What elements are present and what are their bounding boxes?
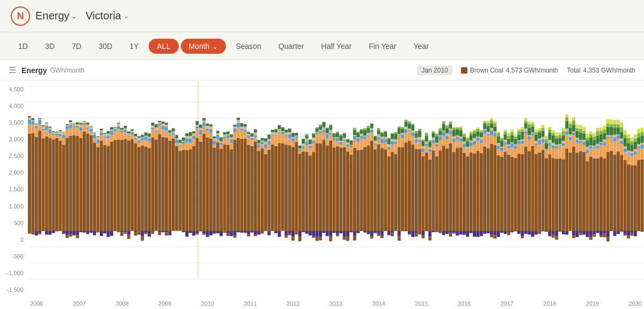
legend-date: Jan 2010 xyxy=(417,66,452,75)
toolbar: 1D 3D 7D 30D 1Y ALL Month ⌄ Season Quart… xyxy=(0,32,644,60)
brown-coal-swatch xyxy=(461,67,467,74)
app-logo[interactable]: N xyxy=(11,6,30,26)
x-axis: 2006 2007 2008 2009 2010 2011 2012 2013 … xyxy=(28,294,644,309)
brown-coal-label: Brown Coal xyxy=(470,67,503,74)
app-title-arrow[interactable]: ⌄ xyxy=(71,12,77,20)
legend-brown-coal: Brown Coal 4,573 GWh/month xyxy=(461,67,558,74)
chart-canvas-wrapper: 2006 2007 2008 2009 2010 2011 2012 2013 … xyxy=(28,81,644,309)
time-btn-30d[interactable]: 30D xyxy=(91,39,120,54)
region-title: Victoria xyxy=(85,10,121,22)
period-btn-month[interactable]: Month ⌄ xyxy=(181,39,226,54)
main-chart-canvas xyxy=(28,81,644,294)
total-label: Total xyxy=(567,67,580,74)
region-arrow[interactable]: ⌄ xyxy=(123,12,129,20)
time-btn-all[interactable]: ALL xyxy=(149,39,179,54)
legend-total: Total 4,353 GWh/month xyxy=(567,67,635,74)
menu-icon[interactable]: ☰ xyxy=(9,65,16,75)
period-btn-quarter[interactable]: Quarter xyxy=(271,39,311,54)
app-title: Energy xyxy=(35,10,69,22)
period-btn-finyear[interactable]: Fin Year xyxy=(361,39,404,54)
chart-area: ☰ Energy GWh/month Jan 2010 Brown Coal 4… xyxy=(0,60,644,309)
app-header: N Energy ⌄ Victoria ⌄ xyxy=(0,0,644,32)
time-btn-1d[interactable]: 1D xyxy=(11,39,35,54)
chart-unit: GWh/month xyxy=(50,67,84,74)
period-btn-year[interactable]: Year xyxy=(406,39,436,54)
period-btn-season[interactable]: Season xyxy=(228,39,268,54)
chart-header: ☰ Energy GWh/month Jan 2010 Brown Coal 4… xyxy=(0,60,644,81)
total-value: 4,353 GWh/month xyxy=(583,67,635,74)
period-btn-halfyear[interactable]: Half Year xyxy=(313,39,359,54)
y-axis: 4,500 4,000 3,500 3,000 2,500 2,000 1,50… xyxy=(0,81,28,309)
time-btn-7d[interactable]: 7D xyxy=(64,39,89,54)
time-btn-1y[interactable]: 1Y xyxy=(122,39,146,54)
logo-symbol: N xyxy=(17,11,24,21)
time-btn-3d[interactable]: 3D xyxy=(38,39,62,54)
brown-coal-value: 4,573 GWh/month xyxy=(506,67,558,74)
chart-title: Energy xyxy=(21,66,47,75)
chart-legend: Jan 2010 Brown Coal 4,573 GWh/month Tota… xyxy=(417,66,635,75)
chart-body: 4,500 4,000 3,500 3,000 2,500 2,000 1,50… xyxy=(0,81,644,309)
